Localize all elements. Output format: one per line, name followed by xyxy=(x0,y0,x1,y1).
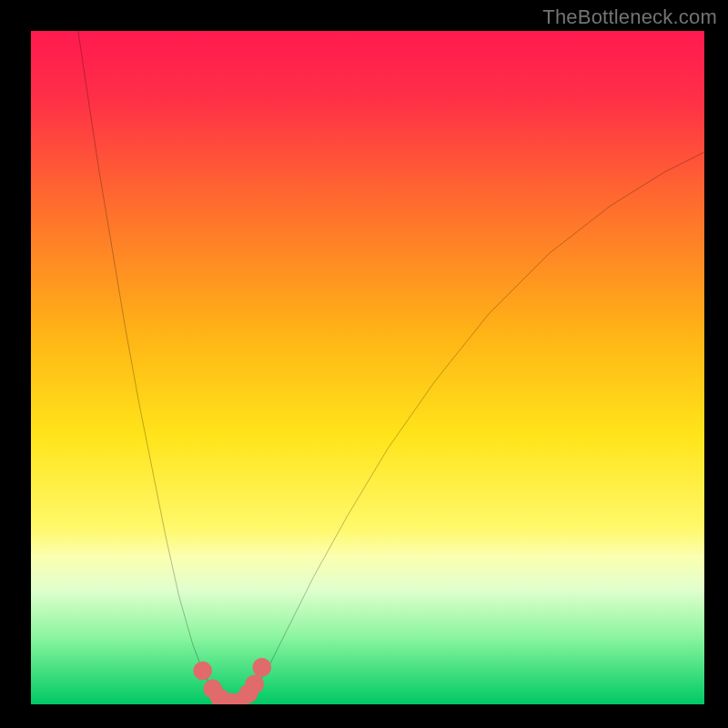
curve-marker xyxy=(252,658,271,677)
chart-frame: TheBottleneck.com xyxy=(0,0,728,728)
curve-marker xyxy=(245,674,264,693)
watermark-text: TheBottleneck.com xyxy=(542,5,717,29)
curve-marker xyxy=(193,662,212,681)
plot-area xyxy=(31,31,704,704)
bottleneck-curve xyxy=(31,31,704,704)
